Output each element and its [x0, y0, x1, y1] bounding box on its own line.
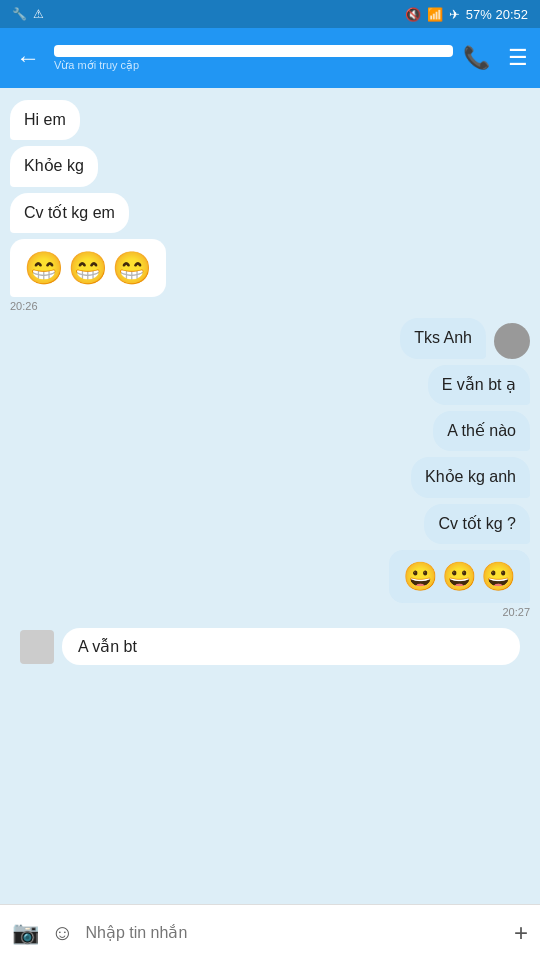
contact-name-area: Vừa mới truy cập: [54, 45, 453, 72]
emoji-1: 😀: [403, 560, 438, 593]
emoji-3: 😁: [112, 249, 152, 287]
header-action-icons: 📞 ☰: [463, 45, 528, 71]
call-button[interactable]: 📞: [463, 45, 490, 71]
camera-button[interactable]: 📷: [12, 920, 39, 946]
emoji-2: 😁: [68, 249, 108, 287]
back-button[interactable]: ←: [12, 40, 44, 76]
chat-bubble: A thế nào: [433, 411, 530, 451]
emoji-2: 😀: [442, 560, 477, 593]
emoji-bubble: 😀 😀 😀: [389, 550, 530, 603]
message-input[interactable]: [85, 924, 502, 942]
chat-bubble: Tks Anh: [400, 318, 486, 358]
emoji-3: 😀: [481, 560, 516, 593]
message-time: 20:26: [10, 300, 166, 312]
message-row: Cv tốt kg ?: [10, 504, 530, 544]
sender-avatar-small: [20, 630, 54, 664]
status-right-info: 🔇 📶 ✈ 57% 20:52: [405, 7, 528, 22]
avatar: [494, 323, 530, 359]
menu-button[interactable]: ☰: [508, 45, 528, 71]
chat-bubble: E vẫn bt ạ: [428, 365, 530, 405]
contact-status: Vừa mới truy cập: [54, 59, 453, 72]
input-bar: 📷 ☺ +: [0, 904, 540, 960]
airplane-icon: ✈: [449, 7, 460, 22]
message-row: Khỏe kg anh: [10, 457, 530, 497]
chat-area: Hi em Khỏe kg Cv tốt kg em 😁 😁 😁 20:26 T…: [0, 88, 540, 904]
message-row: Hi em: [10, 100, 530, 140]
message-row: Cv tốt kg em: [10, 193, 530, 233]
message-row: Tks Anh: [10, 318, 530, 358]
chat-bubble: Cv tốt kg em: [10, 193, 129, 233]
chat-bubble: Khỏe kg anh: [411, 457, 530, 497]
emoji-bubble: 😁 😁 😁: [10, 239, 166, 297]
message-row: Khỏe kg: [10, 146, 530, 186]
wrench-icon: 🔧: [12, 7, 27, 21]
message-row: A thế nào: [10, 411, 530, 451]
chat-header: ← Vừa mới truy cập 📞 ☰: [0, 28, 540, 88]
message-row: E vẫn bt ạ: [10, 365, 530, 405]
add-attachment-button[interactable]: +: [514, 919, 528, 947]
message-time: 20:27: [389, 606, 530, 618]
emoji-button[interactable]: ☺: [51, 920, 73, 946]
chat-bubble: Khỏe kg: [10, 146, 98, 186]
warning-icon: ⚠: [33, 7, 44, 21]
wifi-icon: 📶: [427, 7, 443, 22]
mute-icon: 🔇: [405, 7, 421, 22]
chat-bubble: A vẫn bt: [62, 628, 520, 665]
battery-text: 57% 20:52: [466, 7, 528, 22]
emoji-content: 😀 😀 😀: [403, 560, 516, 593]
message-row: 😀 😀 😀 20:27: [10, 550, 530, 618]
contact-name-box: [54, 45, 453, 57]
chat-bubble: Hi em: [10, 100, 80, 140]
message-row-with-avatar: A vẫn bt: [10, 624, 530, 669]
message-row: 😁 😁 😁 20:26: [10, 239, 530, 312]
chat-bubble: Cv tốt kg ?: [424, 504, 530, 544]
status-bar: 🔧 ⚠ 🔇 📶 ✈ 57% 20:52: [0, 0, 540, 28]
emoji-1: 😁: [24, 249, 64, 287]
emoji-content: 😁 😁 😁: [24, 249, 152, 287]
status-left-icons: 🔧 ⚠: [12, 7, 44, 21]
